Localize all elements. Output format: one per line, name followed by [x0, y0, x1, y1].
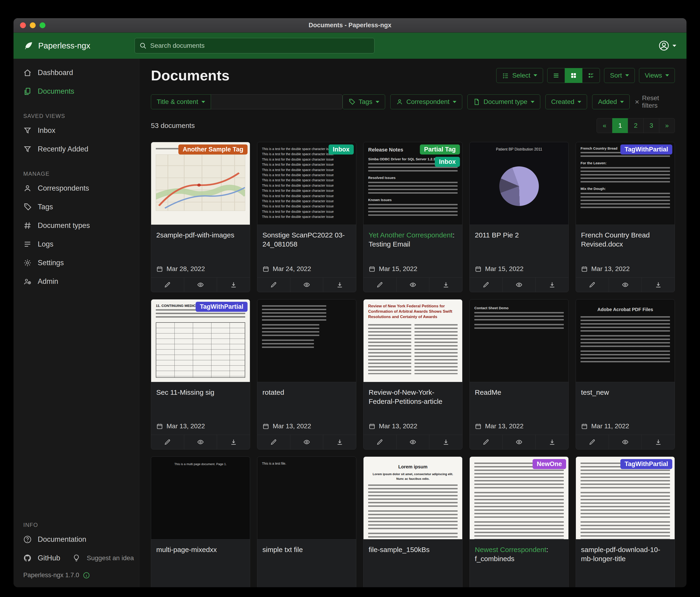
sidebar-item-suggest-an-idea[interactable]: Suggest an idea [62, 549, 136, 567]
document-title[interactable]: simple txt file [262, 545, 351, 554]
sidebar-item-settings[interactable]: Settings [14, 254, 139, 272]
sidebar-item-correspondents[interactable]: Correspondents [14, 179, 139, 198]
views-button[interactable]: Views [639, 68, 675, 83]
added-filter-button[interactable]: Added [592, 94, 630, 109]
document-title[interactable]: Review-of-New-York-Federal-Petitions-art… [369, 388, 457, 406]
document-title[interactable]: Newest Correspondent: f_combineds [475, 545, 563, 563]
document-card[interactable]: Review of New York Federal Petitions for… [363, 299, 462, 450]
tag-tagwithpartial[interactable]: TagWithPartial [620, 459, 672, 469]
zoom-button[interactable] [40, 22, 45, 28]
download-document-button[interactable] [642, 278, 675, 292]
document-thumbnail[interactable]: Patient BP Distribution 2011 [470, 142, 569, 225]
sidebar-item-github[interactable]: GitHub [14, 549, 62, 567]
document-title[interactable]: French Country Bread Revised.docx [581, 231, 670, 248]
download-document-button[interactable] [323, 278, 356, 292]
document-card[interactable]: rotated Mar 13, 2022 [257, 299, 356, 450]
pagination-page-3[interactable]: 3 [644, 118, 659, 133]
document-thumbnail[interactable]: Review of New York Federal Petitions for… [364, 300, 462, 382]
document-title[interactable]: multi-page-mixedxx [156, 545, 245, 554]
info-circle-icon[interactable] [83, 572, 90, 579]
tag-newone[interactable]: NewOne [532, 459, 566, 469]
edit-document-button[interactable] [470, 278, 502, 292]
document-card[interactable]: Adobe Acrobat PDF Files test_new Mar 11,… [576, 299, 675, 450]
document-card[interactable]: This is a test file. simple txt file [257, 456, 356, 587]
download-document-button[interactable] [323, 435, 356, 449]
download-document-button[interactable] [217, 278, 250, 292]
document-title[interactable]: Sonstige ScanPC2022 03-24_081058 [262, 231, 351, 248]
document-thumbnail[interactable]: Partial TagInbox Release NotesSimba ODBC… [364, 142, 462, 225]
document-type-filter-button[interactable]: Document type [467, 94, 540, 109]
title-content-filter-input[interactable] [211, 94, 343, 109]
document-correspondent[interactable]: Yet Another Correspondent [369, 231, 453, 239]
sidebar-item-inbox[interactable]: Inbox [14, 121, 139, 140]
edit-document-button[interactable] [151, 435, 184, 449]
download-document-button[interactable] [535, 278, 569, 292]
sidebar-item-documentation[interactable]: Documentation [14, 530, 139, 549]
sidebar-item-dashboard[interactable]: Dashboard [14, 63, 139, 82]
document-card[interactable]: NewOne Newest Correspondent: f_combineds [470, 456, 569, 587]
search-input[interactable] [134, 38, 374, 53]
document-title[interactable]: 2011 BP Pie 2 [475, 231, 563, 240]
title-content-filter-button[interactable]: Title & content [151, 94, 211, 109]
sidebar-item-logs[interactable]: Logs [14, 235, 139, 254]
edit-document-button[interactable] [576, 435, 609, 449]
document-thumbnail[interactable]: This is a test file. [257, 457, 356, 540]
document-card[interactable]: Contact Sheet Demo ReadMe Mar 13, 2022 [470, 299, 569, 450]
download-document-button[interactable] [217, 435, 250, 449]
document-thumbnail[interactable]: Inbox This is a test for the double spac… [257, 142, 356, 225]
sidebar-item-tags[interactable]: Tags [14, 198, 139, 216]
document-thumbnail[interactable]: TagWithPartial French Country BreadFor t… [576, 142, 675, 225]
document-thumbnail[interactable]: Another Sample Tag [151, 142, 250, 225]
select-button[interactable]: Select [496, 68, 543, 83]
document-thumbnail[interactable]: TagWithPartial [576, 457, 675, 540]
view-document-button[interactable] [290, 278, 323, 292]
view-document-button[interactable] [396, 278, 429, 292]
view-document-button[interactable] [609, 435, 642, 449]
download-document-button[interactable] [429, 435, 462, 449]
document-correspondent[interactable]: Newest Correspondent [475, 546, 546, 553]
view-document-button[interactable] [290, 435, 323, 449]
document-thumbnail[interactable]: Lorem ipsumLorem ipsum dolor sit amet, c… [364, 457, 462, 540]
tag-inbox[interactable]: Inbox [329, 144, 354, 154]
document-title[interactable]: ReadMe [475, 388, 563, 397]
document-thumbnail[interactable]: Adobe Acrobat PDF Files [576, 300, 675, 382]
download-document-button[interactable] [535, 435, 569, 449]
document-thumbnail[interactable] [257, 300, 356, 382]
view-document-button[interactable] [396, 435, 429, 449]
edit-document-button[interactable] [151, 278, 184, 292]
document-card[interactable]: Lorem ipsumLorem ipsum dolor sit amet, c… [363, 456, 462, 587]
pagination-next-button[interactable]: » [659, 118, 675, 133]
document-card[interactable]: TagWithPartial sample-pdf-download-10-mb… [576, 456, 675, 587]
tag-inbox[interactable]: Inbox [435, 157, 460, 167]
document-card[interactable]: Inbox This is a test for the double spac… [257, 142, 356, 292]
document-card[interactable]: TagWithPartial 11. CONTINUING MEDICAL ED… [151, 299, 250, 450]
edit-document-button[interactable] [364, 435, 396, 449]
list-view-button[interactable] [547, 68, 565, 83]
document-thumbnail[interactable]: TagWithPartial 11. CONTINUING MEDICAL ED… [151, 300, 250, 382]
document-thumbnail[interactable]: NewOne [470, 457, 569, 540]
pagination-prev-button[interactable]: « [597, 118, 612, 133]
tag-tagwithpartial[interactable]: TagWithPartial [620, 144, 672, 154]
document-title[interactable]: 2sample-pdf-with-images [156, 231, 245, 240]
grid-view-button[interactable] [565, 68, 582, 83]
download-document-button[interactable] [429, 278, 462, 292]
document-title[interactable]: rotated [262, 388, 351, 397]
sidebar-item-documents[interactable]: Documents [14, 82, 139, 101]
document-thumbnail[interactable]: This is a multi page document. Page 1. [151, 457, 250, 540]
pagination-page-2[interactable]: 2 [628, 118, 644, 133]
document-thumbnail[interactable]: Contact Sheet Demo [470, 300, 569, 382]
document-title[interactable]: sample-pdf-download-10-mb-longer-title [581, 545, 670, 563]
view-document-button[interactable] [184, 435, 217, 449]
document-title[interactable]: Yet Another Correspondent: Testing Email [369, 231, 457, 248]
document-title[interactable]: test_new [581, 388, 670, 397]
document-title[interactable]: Sec 11-Missing sig [156, 388, 245, 397]
view-document-button[interactable] [609, 278, 642, 292]
tag-another-sample-tag[interactable]: Another Sample Tag [178, 144, 248, 154]
document-card[interactable]: TagWithPartial French Country BreadFor t… [576, 142, 675, 292]
download-document-button[interactable] [642, 435, 675, 449]
tag-partial-tag[interactable]: Partial Tag [420, 144, 460, 154]
edit-document-button[interactable] [470, 435, 502, 449]
edit-document-button[interactable] [257, 278, 290, 292]
edit-document-button[interactable] [257, 435, 290, 449]
close-button[interactable] [20, 22, 26, 28]
